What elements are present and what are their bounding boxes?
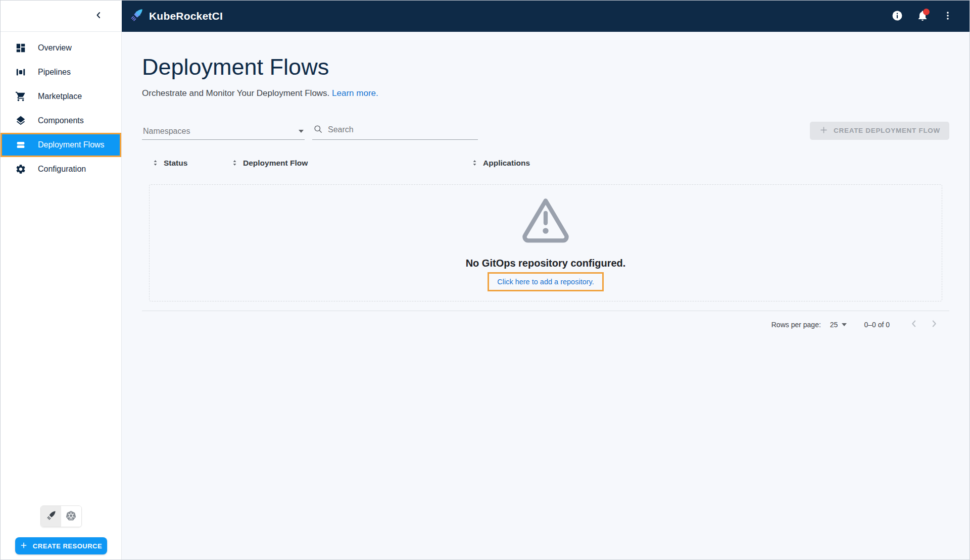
- more-menu-button[interactable]: [937, 6, 958, 27]
- info-button[interactable]: [887, 6, 908, 27]
- view-toggle-group: [40, 505, 82, 527]
- create-resource-label: CREATE RESOURCE: [33, 542, 102, 550]
- gear-icon: [15, 163, 27, 175]
- namespaces-select[interactable]: Namespaces: [142, 123, 305, 140]
- sidebar-item-label: Configuration: [38, 165, 86, 174]
- dashboard-icon: [15, 42, 27, 54]
- column-header-label: Deployment Flow: [243, 159, 308, 168]
- chevron-down-icon: [299, 130, 304, 133]
- chevron-down-icon: [842, 323, 847, 326]
- table-header-row: Status Deployment Flow Applications: [142, 152, 949, 174]
- sidebar-item-overview[interactable]: Overview: [1, 36, 121, 60]
- page-title: Deployment Flows: [142, 54, 949, 80]
- column-header-deployment-flow: Deployment Flow: [230, 159, 470, 168]
- sort-icon[interactable]: [151, 159, 160, 167]
- rows-icon: [15, 139, 27, 151]
- sidebar-item-configuration[interactable]: Configuration: [1, 157, 121, 181]
- rows-per-page-label: Rows per page:: [771, 321, 821, 329]
- sidebar-item-label: Deployment Flows: [38, 140, 105, 149]
- pagination-bar: Rows per page: 25 0–0 of 0: [142, 311, 949, 338]
- page-subtitle: Orchestrate and Monitor Your Deployment …: [142, 88, 949, 98]
- pagination-range: 0–0 of 0: [864, 321, 890, 329]
- top-bar-actions: [887, 6, 958, 27]
- sidebar-item-pipelines[interactable]: Pipelines: [1, 60, 121, 84]
- main-content: Deployment Flows Orchestrate and Monitor…: [122, 32, 969, 559]
- chevron-left-icon: [908, 318, 919, 331]
- plus-icon: [20, 541, 28, 551]
- create-deployment-flow-button[interactable]: CREATE DEPLOYMENT FLOW: [810, 122, 949, 140]
- search-input[interactable]: [328, 125, 477, 134]
- next-page-button[interactable]: [924, 315, 944, 335]
- rows-per-page-value: 25: [830, 321, 838, 329]
- sidebar-collapse-button[interactable]: [89, 7, 108, 25]
- sidebar-item-deployment-flows[interactable]: Deployment Flows: [1, 133, 121, 157]
- cart-icon: [15, 90, 27, 103]
- namespaces-select-value: Namespaces: [143, 127, 299, 136]
- create-resource-button[interactable]: CREATE RESOURCE: [15, 537, 107, 554]
- search-icon: [313, 124, 323, 136]
- column-header-applications: Applications: [470, 159, 530, 168]
- kuberocketci-view-toggle[interactable]: [41, 506, 61, 527]
- sidebar-footer: CREATE RESOURCE: [1, 505, 121, 559]
- create-deployment-flow-label: CREATE DEPLOYMENT FLOW: [834, 127, 940, 134]
- top-bar: KubeRocketCI: [1, 1, 969, 32]
- column-header-label: Applications: [483, 159, 530, 168]
- kuberocketci-logo-icon: [129, 8, 144, 25]
- sidebar-item-label: Overview: [38, 43, 72, 53]
- brand-title: KubeRocketCI: [149, 10, 223, 22]
- pipelines-icon: [15, 66, 27, 78]
- chevron-right-icon: [929, 318, 940, 331]
- kubernetes-icon: [65, 510, 77, 523]
- rows-per-page-select[interactable]: 25: [830, 321, 847, 329]
- sidebar-item-label: Pipelines: [38, 68, 71, 77]
- empty-state-panel: No GitOps repository configured. Click h…: [149, 184, 942, 301]
- previous-page-button[interactable]: [904, 315, 924, 335]
- empty-state-message: No GitOps repository configured.: [466, 258, 626, 269]
- kebab-menu-icon: [942, 10, 953, 23]
- layers-icon: [15, 115, 27, 127]
- add-repository-link[interactable]: Click here to add a repository.: [497, 278, 594, 286]
- filter-bar: Namespaces CREATE DEPLOYMENT FLOW: [142, 121, 949, 140]
- learn-more-link[interactable]: Learn more.: [332, 88, 378, 98]
- sidebar-item-marketplace[interactable]: Marketplace: [1, 84, 121, 109]
- rocket-icon: [45, 510, 57, 523]
- kubernetes-view-toggle[interactable]: [61, 506, 81, 527]
- sidebar-header: [1, 1, 122, 32]
- sidebar: Overview Pipelines Marketplace Component…: [1, 32, 122, 559]
- sort-icon[interactable]: [230, 159, 239, 167]
- subtitle-text: Orchestrate and Monitor Your Deployment …: [142, 88, 329, 98]
- app-window: KubeRocketCI: [0, 0, 970, 560]
- annotation-highlight-box: Click here to add a repository.: [488, 272, 604, 291]
- sidebar-item-label: Marketplace: [38, 92, 82, 101]
- sidebar-item-label: Components: [38, 116, 84, 125]
- notification-badge: [923, 9, 930, 15]
- search-field: [312, 121, 478, 140]
- chevron-left-icon: [93, 10, 104, 22]
- sort-icon[interactable]: [470, 159, 479, 167]
- warning-triangle-icon: [518, 195, 573, 245]
- notifications-button[interactable]: [912, 6, 933, 27]
- app-bar: KubeRocketCI: [122, 1, 969, 32]
- column-header-status: Status: [151, 159, 230, 168]
- sidebar-item-components[interactable]: Components: [1, 109, 121, 133]
- brand: KubeRocketCI: [129, 8, 223, 25]
- column-header-label: Status: [164, 159, 187, 168]
- plus-icon: [819, 125, 829, 136]
- info-icon: [891, 10, 903, 23]
